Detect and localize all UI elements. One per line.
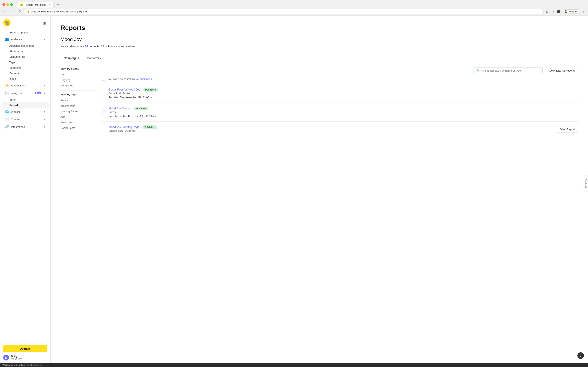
integrations-icon: 🔗	[5, 125, 9, 129]
filter-section: View by Status All Ongoing Completed Vie…	[61, 67, 97, 130]
user-info: D Daisy Mood Joy	[3, 355, 47, 360]
view-report-button-3[interactable]: View Report	[557, 126, 578, 133]
campaign-search-box[interactable]: 🔍	[473, 67, 543, 74]
search-info-period: .	[153, 77, 154, 81]
audience-stats: Your audience has 14 contacts. 14 of the…	[61, 45, 578, 48]
sidebar-item-email[interactable]: Email	[0, 97, 51, 102]
filter-completed[interactable]: Completed	[61, 83, 97, 88]
view-by-status-label: View by Status	[61, 67, 97, 70]
bookmark-button[interactable]: ☆	[551, 9, 555, 14]
sidebar-item-audience-dashboard[interactable]: Audience dashboard	[0, 43, 51, 49]
user-org: Mood Joy	[11, 358, 22, 360]
search-icon: 🔍	[476, 69, 480, 72]
campaign-item-3: Mood Joy Landing Page Published Landing …	[102, 121, 578, 137]
audience-label: Audience	[11, 38, 41, 41]
campaign-date-1: Published Tue, November 29th 12:00 pm	[109, 96, 578, 99]
campaign-name-3[interactable]: Mood Joy Landing Page	[109, 125, 139, 129]
sidebar-item-integrations[interactable]: 🔗 Integrations ▼	[2, 123, 49, 131]
mailchimp-logo[interactable]: 🐒	[3, 19, 11, 26]
all-audiences-link[interactable]: all audiences	[136, 77, 152, 81]
campaign-checkbox-2[interactable]	[102, 110, 105, 114]
extensions-button[interactable]: ⬛	[556, 9, 561, 14]
user-name: Daisy	[11, 355, 22, 358]
campaign-date-value-1: Tue, November 29th 12:00 pm	[120, 96, 153, 99]
download-all-reports-button[interactable]: Download All Reports	[546, 67, 578, 74]
campaign-list: Social Post for Mood Joy Published Socia…	[102, 84, 578, 137]
filter-automations[interactable]: Automations	[61, 104, 97, 108]
menu-button[interactable]: ⋮	[581, 9, 586, 14]
feedback-tab[interactable]: Feedback	[583, 175, 588, 192]
integrations-label: Integrations	[11, 125, 41, 128]
content-icon: 📄	[5, 117, 9, 121]
sidebar-toggle-button[interactable]: ▣	[42, 20, 47, 26]
refresh-button[interactable]: ↻	[17, 9, 22, 14]
stats-text: Your audience has	[61, 45, 84, 48]
sidebar-item-inbox[interactable]: Inbox	[0, 76, 51, 82]
select-all-checkbox[interactable]	[102, 78, 105, 81]
cast-button[interactable]: ⊟	[545, 9, 549, 14]
filter-emails[interactable]: Emails	[61, 98, 97, 103]
campaign-name-2[interactable]: Mood Joy Survey	[109, 107, 131, 110]
campaign-action-3: View Report	[557, 126, 578, 133]
content-chevron-icon: ▼	[43, 118, 45, 120]
minimize-window-button[interactable]	[6, 3, 9, 6]
sidebar-item-content[interactable]: 📄 Content ▼	[2, 116, 49, 123]
sidebar-nav: Email templates 👥 Audience ▲ Audience da…	[0, 30, 51, 342]
audience-chevron-icon: ▲	[43, 38, 45, 40]
filter-ongoing[interactable]: Ongoing	[61, 78, 97, 82]
filter-landing-pages[interactable]: Landing Pages	[61, 109, 97, 114]
sidebar-item-audience[interactable]: 👥 Audience ▲	[2, 35, 49, 43]
stats-mid: contacts.	[89, 45, 100, 48]
tab-bar: 🐒 Reports | Mailchimp ✕ →	[17, 2, 61, 8]
campaign-status-badge-1: Published	[143, 88, 158, 92]
sidebar-item-email-templates[interactable]: Email templates	[0, 30, 51, 35]
filter-social-posts[interactable]: Social Posts	[61, 125, 97, 130]
back-button[interactable]: ←	[2, 9, 8, 14]
campaign-checkbox-1[interactable]	[102, 92, 105, 95]
sidebar-item-reports[interactable]: Reports	[2, 102, 49, 108]
security-icon: 🔒	[27, 10, 30, 13]
campaign-info-2: Mood Joy Survey Published Survey Publish…	[109, 106, 578, 118]
campaign-info-1: Social Post for Mood Joy Published Socia…	[109, 88, 578, 99]
close-window-button[interactable]	[2, 3, 5, 6]
upgrade-button[interactable]: Upgrade	[3, 345, 47, 352]
browser-actions: ⊟ ☆ ⬛ 🕵 Incognito ⋮	[545, 9, 586, 14]
sidebar-item-website[interactable]: 🌐 Website ▼	[2, 108, 49, 115]
sidebar-item-automations[interactable]: ⚡ Automations ▼	[2, 82, 49, 89]
filter-postcards[interactable]: Postcards	[61, 120, 97, 125]
browser-chrome: 🐒 Reports | Mailchimp ✕ → ← → ↻ 🔒 us21.a…	[0, 0, 588, 16]
address-bar[interactable]: 🔒 us21.admin.mailchimp.com/reports/#t:ca…	[24, 9, 544, 14]
incognito-icon: 🕵	[565, 10, 568, 13]
tab-close-button[interactable]: ✕	[49, 4, 51, 6]
campaign-name-1[interactable]: Social Post for Mood Joy	[109, 88, 140, 91]
campaign-checkbox-3[interactable]	[102, 128, 105, 131]
user-details: Daisy Mood Joy	[11, 355, 22, 360]
active-tab[interactable]: 🐒 Reports | Mailchimp ✕	[17, 2, 54, 8]
subscribers-count: 14	[101, 45, 104, 48]
filter-all[interactable]: All	[61, 72, 97, 77]
stats-end: of these are subscribers.	[105, 45, 136, 48]
automations-icon: ⚡	[5, 83, 9, 87]
tab-title: Reports | Mailchimp	[25, 3, 46, 6]
sidebar-item-segments[interactable]: Segments	[0, 65, 51, 71]
help-button[interactable]: ?	[577, 352, 584, 359]
website-chevron-icon: ▼	[43, 110, 45, 113]
new-tab-button[interactable]: →	[54, 2, 61, 8]
sidebar-item-all-contacts[interactable]: All contacts	[0, 49, 51, 54]
sidebar-item-analytics[interactable]: 📊 Analytics New ▲	[2, 89, 49, 97]
tab-campaigns[interactable]: Campaigns	[61, 54, 82, 62]
search-input[interactable]	[481, 69, 540, 72]
incognito-badge: 🕵 Incognito	[562, 9, 580, 14]
sidebar-item-signup-forms[interactable]: Signup forms	[0, 54, 51, 59]
forward-button[interactable]: →	[10, 9, 16, 14]
integrations-chevron-icon: ▼	[43, 125, 45, 128]
tab-comparative[interactable]: Comparative	[82, 54, 105, 62]
status-filter-options: All Ongoing Completed	[61, 72, 97, 88]
sidebar-item-surveys[interactable]: Surveys	[0, 71, 51, 76]
audience-icon: 👥	[5, 37, 9, 41]
filter-ads[interactable]: Ads	[61, 115, 97, 119]
search-info-text: You can also search by	[108, 77, 135, 81]
maximize-window-button[interactable]	[10, 3, 13, 6]
automations-chevron-icon: ▼	[43, 84, 45, 87]
sidebar-item-tags[interactable]: Tags	[0, 59, 51, 65]
